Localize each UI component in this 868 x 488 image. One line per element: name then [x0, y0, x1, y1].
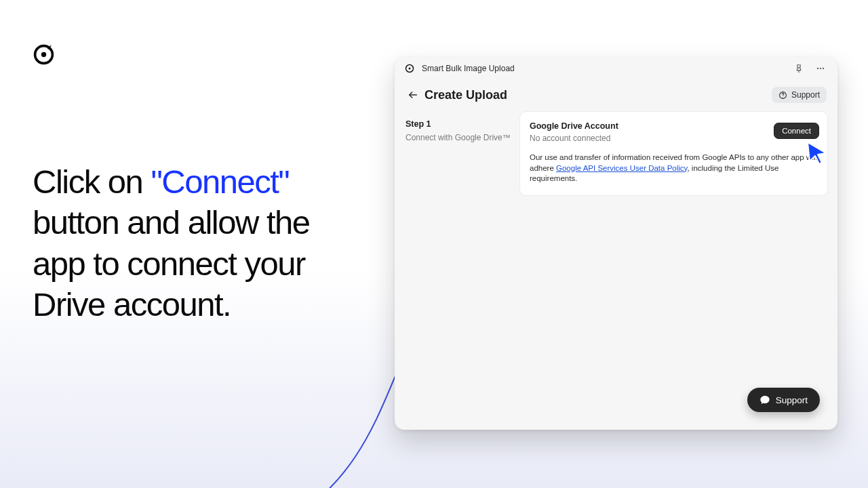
- app-logo-icon: [404, 63, 415, 74]
- svg-point-4: [817, 68, 818, 69]
- instruction-pre: Click on: [33, 163, 151, 200]
- svg-point-6: [823, 68, 824, 69]
- app-title: Smart Bulk Image Upload: [422, 64, 515, 73]
- page-title: Create Upload: [425, 88, 507, 102]
- brand-logo: [33, 43, 55, 66]
- app-body: Step 1 Connect with Google Drive™ Google…: [395, 111, 837, 196]
- step-column: Step 1 Connect with Google Drive™: [404, 111, 519, 196]
- more-icon[interactable]: [813, 61, 828, 76]
- app-window: Smart Bulk Image Upload Create Upload Su…: [395, 57, 837, 430]
- back-button[interactable]: [406, 87, 420, 102]
- support-fab-label: Support: [776, 395, 808, 405]
- card-description: Our use and transfer of information rece…: [530, 152, 818, 184]
- step-title: Step 1: [406, 119, 519, 129]
- connect-button[interactable]: Connect: [774, 123, 819, 139]
- svg-point-1: [41, 52, 46, 57]
- svg-point-3: [409, 68, 411, 70]
- support-button[interactable]: Support: [772, 87, 827, 103]
- app-header: Create Upload Support: [395, 80, 837, 111]
- app-titlebar: Smart Bulk Image Upload: [395, 57, 837, 80]
- instruction-post: button and allow the app to connect your…: [33, 204, 310, 323]
- support-button-label: Support: [791, 90, 820, 100]
- instruction-highlight: "Connect": [151, 163, 289, 200]
- svg-point-5: [820, 68, 821, 69]
- instruction-text: Click on "Connect" button and allow the …: [33, 161, 351, 325]
- step-subtitle: Connect with Google Drive™: [406, 133, 519, 142]
- pin-icon[interactable]: [791, 61, 806, 76]
- svg-point-9: [783, 96, 783, 97]
- policy-link[interactable]: Google API Services User Data Policy: [556, 164, 687, 172]
- drive-account-card: Google Drive Account No account connecte…: [519, 111, 828, 196]
- support-fab[interactable]: Support: [747, 388, 820, 412]
- question-icon: [778, 91, 787, 100]
- chat-icon: [760, 394, 770, 405]
